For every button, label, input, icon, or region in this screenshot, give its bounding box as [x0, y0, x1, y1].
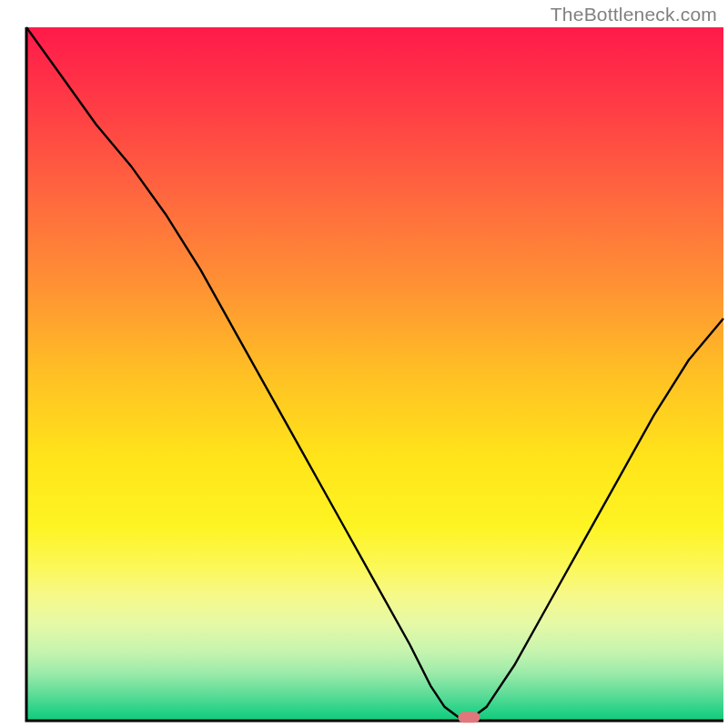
optimal-marker [458, 712, 480, 723]
attribution-watermark: TheBottleneck.com [551, 4, 717, 25]
bottleneck-chart [0, 0, 728, 728]
plot-background [26, 27, 723, 721]
chart-container: TheBottleneck.com [0, 0, 728, 728]
